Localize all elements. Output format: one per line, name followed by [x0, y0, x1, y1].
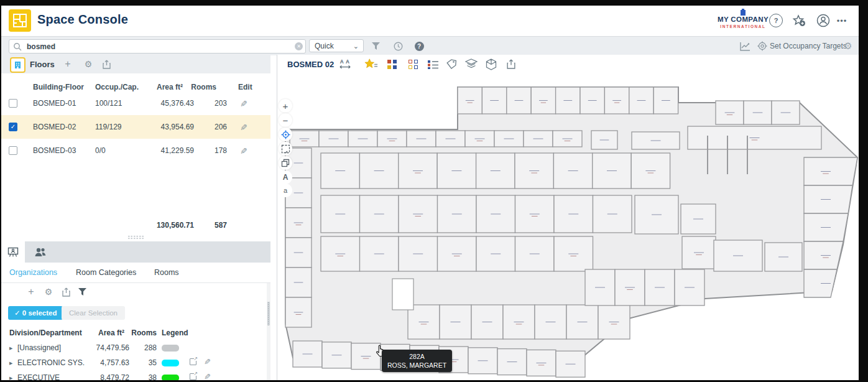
history-button[interactable] [392, 40, 404, 52]
export-org-button[interactable] [60, 286, 72, 298]
edit-division-button[interactable]: ✎ [204, 357, 211, 366]
clear-selection-button[interactable]: Clear Selection [62, 306, 125, 320]
border-theme-button[interactable] [406, 57, 420, 71]
org-row[interactable]: ▶EXECUTIVE8,479.7238✎ [1, 371, 270, 380]
org-settings-gear-icon[interactable]: ⚙ [42, 286, 55, 298]
share-export-icon [62, 287, 70, 297]
division-name: ELECTRONIC SYS. [17, 358, 85, 367]
org-table-header: Division/Department Area ft² Rooms Legen… [1, 328, 270, 341]
division-rooms: 38 [149, 373, 157, 380]
room[interactable] [804, 269, 837, 297]
floor-name: BOSMED-03 [33, 146, 76, 155]
floor-checkbox[interactable] [9, 99, 17, 108]
dimension-labels-button[interactable]: AA [338, 57, 352, 71]
edit-division-button[interactable]: ✎ [204, 372, 211, 380]
help-button[interactable]: ? [769, 13, 783, 28]
app-logo-icon[interactable] [9, 9, 31, 32]
area-select-button[interactable] [279, 142, 292, 156]
3d-view-button[interactable] [484, 57, 498, 71]
floors-settings-gear-icon[interactable]: ⚙ [83, 58, 94, 70]
selected-count-button[interactable]: ✓ 0 selected [8, 306, 63, 320]
space-console-app: Space Console MY COMPANY INTERNATIONAL ?… [1, 6, 859, 380]
zoom-to-division-icon[interactable] [190, 358, 196, 365]
edit-floor-button[interactable]: ✎ [240, 99, 247, 109]
tab-organizations-icon[interactable] [1, 241, 25, 263]
legend-swatch[interactable] [162, 375, 179, 380]
minus-icon: − [283, 115, 289, 126]
splitter-grip[interactable] [127, 235, 145, 240]
pencil-icon: ✎ [240, 99, 247, 109]
tags-button[interactable] [445, 57, 458, 71]
layers-button[interactable] [464, 57, 478, 71]
tab-organizations[interactable]: Organizations [9, 268, 57, 277]
search-input[interactable] [25, 40, 289, 52]
add-floor-button[interactable]: + [62, 58, 73, 70]
clock-icon [394, 42, 403, 51]
org-filter-button[interactable] [76, 286, 88, 298]
edit-floor-button[interactable]: ✎ [240, 146, 247, 156]
floors-view-toggle[interactable] [10, 57, 25, 73]
search-mode-value: Quick [315, 42, 334, 50]
add-favorite-button[interactable] [792, 13, 806, 28]
org-row[interactable]: ▶[Unassigned]74,479.56288 [1, 341, 270, 356]
filter-button[interactable] [369, 40, 382, 52]
expand-arrow-icon[interactable]: ▶ [9, 346, 12, 351]
add-division-button[interactable]: + [25, 286, 37, 298]
export-plan-button[interactable] [504, 57, 518, 71]
selected-count-label: 0 selected [22, 309, 57, 317]
legend-swatch[interactable] [162, 360, 179, 366]
floors-panel-title: Floors [30, 60, 55, 69]
col-legend: Legend [162, 328, 188, 337]
org-row[interactable]: ▶ELECTRONIC SYS.4,757.6335✎ [1, 356, 270, 371]
copy-view-button[interactable] [279, 156, 292, 170]
zoom-in-button[interactable]: + [279, 99, 292, 113]
org-scrollbar-thumb[interactable] [267, 302, 270, 325]
tab-room-categories[interactable]: Room Categories [76, 268, 136, 277]
search-mode-select[interactable]: Quick ⌄ [309, 39, 364, 52]
lower-panel-tabs: Organizations Room Categories Rooms [1, 263, 270, 283]
division-rooms: 35 [149, 358, 157, 367]
tab-people-icon[interactable] [25, 241, 56, 263]
zoom-to-division-icon[interactable] [190, 373, 196, 380]
legend-list-icon [428, 60, 438, 69]
edit-floor-button[interactable]: ✎ [240, 123, 247, 133]
set-occupancy-targets-button[interactable]: Set Occupancy Targets [770, 42, 847, 50]
expand-arrow-icon[interactable]: ▶ [9, 361, 12, 366]
more-menu-button[interactable]: ••• [834, 13, 849, 28]
search-box: ✕ [9, 39, 306, 54]
clear-search-icon[interactable]: ✕ [295, 42, 303, 50]
occupancy-target-icon[interactable] [756, 40, 769, 52]
floor-occup: 119/129 [95, 123, 122, 131]
floor-row[interactable]: ✓BOSMED-02119/12943,954.69206✎ [1, 115, 270, 139]
question-icon: ? [769, 14, 783, 27]
org-scrollbar[interactable] [267, 283, 270, 380]
panel-splitter[interactable] [1, 233, 270, 241]
font-up-label: A [283, 173, 289, 182]
recenter-button[interactable] [279, 128, 292, 141]
floor-row[interactable]: BOSMED-01100/12145,376.43203✎ [1, 91, 270, 115]
legend-swatch[interactable] [162, 345, 179, 352]
highlight-theme-button[interactable] [385, 57, 399, 71]
profile-button[interactable] [816, 13, 831, 28]
floorplan-svg[interactable] [277, 73, 859, 380]
floor-name: BOSMED-01 [33, 99, 76, 108]
reports-button[interactable] [739, 40, 751, 52]
lower-panel-icon-tabs [1, 241, 270, 263]
highlight-favorites-button[interactable] [364, 57, 378, 71]
export-floors-button[interactable] [101, 58, 112, 70]
legend-button[interactable] [426, 57, 440, 71]
chart-icon [740, 42, 750, 51]
floorplan-canvas[interactable]: + − A a [277, 73, 859, 380]
floor-row[interactable]: BOSMED-030/041,229.59178✎ [1, 139, 270, 162]
font-increase-button[interactable]: A [279, 170, 292, 184]
floor-checkbox[interactable] [9, 146, 17, 155]
expand-arrow-icon[interactable]: ▶ [9, 376, 12, 380]
floor-checkbox[interactable]: ✓ [9, 123, 17, 131]
tab-rooms[interactable]: Rooms [154, 268, 179, 277]
search-help-button[interactable]: ? [413, 40, 425, 52]
zoom-out-button[interactable]: − [279, 113, 292, 127]
floor-area: 41,229.59 [161, 146, 194, 155]
svg-text:A: A [346, 59, 349, 65]
font-decrease-button[interactable]: a [279, 184, 292, 197]
settings-gear-icon[interactable]: ⚙ [842, 40, 854, 52]
